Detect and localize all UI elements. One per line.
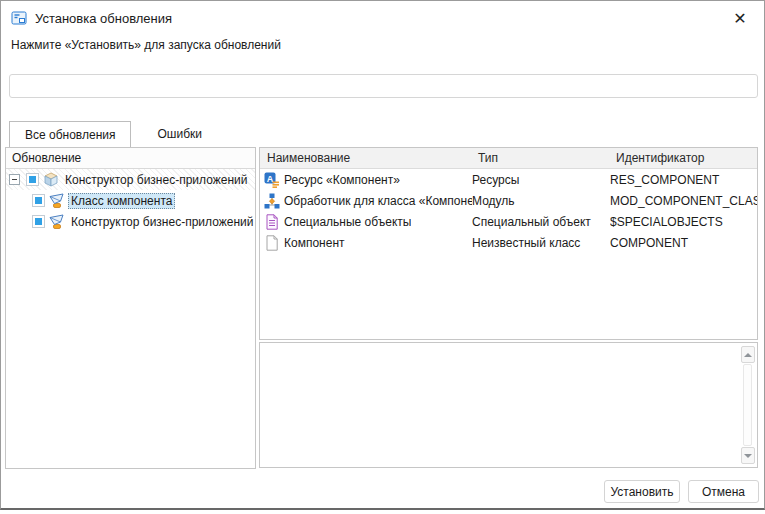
column-header-type[interactable]: Тип <box>472 151 610 165</box>
details-memo[interactable] <box>259 342 758 468</box>
instruction-label: Нажмите «Установить» для запуска обновле… <box>11 38 281 52</box>
tree-item-label[interactable]: Конструктор бизнес-приложений <box>68 214 256 230</box>
item-name: Компонент <box>284 236 345 250</box>
item-name: Специальные объекты <box>284 215 411 229</box>
update-items-grid: Наименование Тип Идентификатор A Ресурс … <box>259 147 758 340</box>
resource-icon: A <box>264 172 280 188</box>
collapse-icon[interactable] <box>9 174 20 185</box>
update-install-dialog: Установка обновления ✕ Нажмите «Установи… <box>0 0 765 510</box>
root-checkbox[interactable] <box>26 173 39 186</box>
tree-row-root[interactable]: Конструктор бизнес-приложений <box>6 169 255 190</box>
unknown-class-icon <box>264 235 280 251</box>
scroll-track[interactable] <box>743 364 752 446</box>
tree-item-label-selected[interactable]: Класс компонента <box>68 193 175 209</box>
item-id: RES_COMPONENT <box>610 173 757 187</box>
item-type: Ресурсы <box>472 173 610 187</box>
package-cube-icon <box>43 172 59 188</box>
module-icon <box>264 193 280 209</box>
scroll-down-icon[interactable] <box>741 447 755 464</box>
item-id: MOD_COMPONENT_CLASS_ <box>610 194 757 208</box>
memo-scrollbar <box>739 344 756 466</box>
class-icon <box>49 193 65 209</box>
tab-errors[interactable]: Ошибки <box>131 121 228 147</box>
table-row[interactable]: Обработчик для класса «Компонент Модуль … <box>260 190 757 211</box>
tab-strip: Все обновления Ошибки <box>9 121 228 147</box>
special-object-icon <box>264 214 280 230</box>
tree-item-label[interactable]: Конструктор бизнес-приложений <box>62 172 250 188</box>
item-name: Ресурс «Компонент» <box>284 173 400 187</box>
tree-column-header[interactable]: Обновление <box>6 148 255 169</box>
table-row[interactable]: Компонент Неизвестный класс COMPONENT <box>260 232 757 253</box>
scroll-up-icon[interactable] <box>741 346 755 363</box>
item-type: Специальный объект <box>472 215 610 229</box>
close-icon[interactable]: ✕ <box>728 6 752 30</box>
tab-all-updates-label: Все обновления <box>25 128 115 142</box>
progress-bar <box>9 74 758 98</box>
grid-header: Наименование Тип Идентификатор <box>260 148 757 169</box>
install-button[interactable]: Установить <box>604 480 680 503</box>
item-type: Неизвестный класс <box>472 236 610 250</box>
cancel-button[interactable]: Отмена <box>688 480 759 503</box>
class-icon <box>49 214 65 230</box>
child-checkbox[interactable] <box>32 194 45 207</box>
item-name: Обработчик для класса «Компонент <box>284 194 472 208</box>
form-window-icon <box>11 10 27 26</box>
tab-errors-label: Ошибки <box>157 127 202 141</box>
title-bar: Установка обновления ✕ <box>11 8 756 28</box>
tab-all-updates[interactable]: Все обновления <box>9 121 131 147</box>
tree-row-constructor[interactable]: Конструктор бизнес-приложений <box>6 211 255 232</box>
item-type: Модуль <box>472 194 610 208</box>
dialog-title: Установка обновления <box>35 11 172 26</box>
table-row[interactable]: Специальные объекты Специальный объект $… <box>260 211 757 232</box>
updates-tree-panel: Обновление Конструктор бизнес-приложений… <box>5 147 256 469</box>
child-checkbox[interactable] <box>32 215 45 228</box>
item-id: COMPONENT <box>610 236 757 250</box>
table-row[interactable]: A Ресурс «Компонент» Ресурсы RES_COMPONE… <box>260 169 757 190</box>
item-id: $SPECIALOBJECTS <box>610 215 757 229</box>
tree-row-component-class[interactable]: Класс компонента <box>6 190 255 211</box>
column-header-name[interactable]: Наименование <box>260 151 472 165</box>
column-header-id[interactable]: Идентификатор <box>610 151 757 165</box>
